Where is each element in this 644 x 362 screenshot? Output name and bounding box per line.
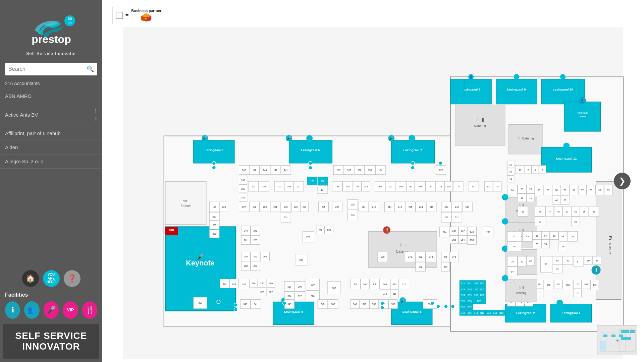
scroll-arrows: ↑ ↓ [94,107,97,122]
info-facility-button[interactable]: ℹ [5,301,20,319]
svg-text:B10: B10 [499,312,503,314]
svg-text:174: 174 [495,185,499,188]
svg-text:340: 340 [244,303,248,305]
svg-text:166: 166 [378,185,382,188]
svg-text:🎤: 🎤 [197,253,204,260]
svg-text:B21: B21 [468,282,472,285]
svg-text:31: 31 [564,189,567,191]
svg-text:296: 296 [269,282,273,285]
brand-line1: SELF SERVICE [8,330,94,341]
svg-text:63: 63 [513,235,516,238]
svg-text:215: 215 [398,206,402,208]
svg-text:B05: B05 [480,288,484,291]
svg-text:101: 101 [576,283,580,286]
exhibitor-count: 216 Accountants [0,79,102,89]
facility-icons-top: 🏠 YOUAREHERE ❓ [0,267,102,290]
svg-text:🎤: 🎤 [287,136,291,140]
mic-facility-button[interactable]: 🎤 [44,301,59,319]
svg-point-51 [556,300,563,306]
svg-text:179: 179 [438,185,442,188]
mini-map[interactable] [597,325,637,355]
svg-text:170: 170 [429,185,433,188]
svg-text:309: 309 [383,283,387,286]
lezingzaal-9-label: Lezingzaal 9 [507,87,526,91]
lezingzaal-6-label: Lezingzaal 6 [301,148,320,152]
scroll-up-icon[interactable]: ↑ [94,107,97,114]
svg-text:322: 322 [298,295,302,297]
help-button[interactable]: ❓ [64,270,80,287]
svg-text:272: 272 [419,256,423,258]
svg-text:39: 39 [564,199,567,201]
svg-text:216: 216 [429,206,433,208]
svg-text:sessies: sessies [579,115,586,118]
svg-point-529 [502,275,508,281]
floor-map[interactable]: Entrance Lezingzaal 8 👤 Lezingzaal 9 Lez… [106,27,641,359]
svg-text:B12: B12 [487,312,491,314]
svg-text:132: 132 [439,169,443,171]
svg-text:🎤: 🎤 [389,136,394,140]
home-button[interactable]: 🏠 [22,270,39,287]
svg-text:86: 86 [567,259,569,262]
svg-text:100: 100 [547,284,551,286]
search-input[interactable] [5,63,83,75]
svg-text:266: 266 [263,255,267,258]
svg-text:219: 219 [466,206,470,208]
svg-point-41 [409,135,415,141]
search-button[interactable]: 🔍 [83,63,97,75]
food-facility-button[interactable]: 🍴 [82,301,97,319]
svg-text:171: 171 [456,185,460,188]
svg-text:308: 308 [373,283,377,286]
svg-text:271: 271 [408,256,412,258]
legend: = Business partner tw [112,7,165,24]
svg-text:24: 24 [511,189,514,191]
svg-text:26: 26 [529,188,532,190]
svg-text:76: 76 [513,245,516,248]
sidebar: prestop 30 years Self Service Innovator … [0,0,102,362]
exhibitor-item-allegro[interactable]: Allegro Sp. z o. o. [0,155,102,169]
svg-text:93: 93 [556,268,559,270]
svg-text:B07: B07 [474,294,478,296]
exhibitor-item-affiliprint[interactable]: Affiliprint, part of Linehub [0,126,102,140]
svg-text:61: 61 [539,221,541,223]
svg-text:181: 181 [409,185,413,188]
svg-rect-556 [621,337,626,340]
svg-text:190: 190 [287,185,291,188]
you-are-here-button[interactable]: YOUAREHERE [43,270,60,287]
brand-banner[interactable]: SELF SERVICE INNOVATOR [3,324,99,359]
svg-text:74: 74 [544,243,547,245]
map-svg[interactable]: Entrance Lezingzaal 8 👤 Lezingzaal 9 Lez… [106,27,641,359]
logo-area: prestop 30 years Self Service Innovator [0,0,102,59]
exhibitor-name: Aiden [5,144,18,150]
people-facility-button[interactable]: 👥 [24,301,39,319]
scroll-down-icon[interactable]: ↓ [94,115,97,122]
svg-text:94: 94 [511,270,514,273]
exhibitor-name: Active Ants BV [5,112,38,118]
svg-point-541 [234,308,238,311]
svg-text:163: 163 [335,185,339,188]
svg-text:224: 224 [419,206,423,208]
svg-point-20 [560,74,566,79]
svg-point-548 [451,305,454,308]
svg-point-534 [309,161,312,165]
svg-text:B15: B15 [468,312,472,314]
svg-text:53: 53 [592,210,595,213]
next-nav-arrow[interactable]: ❯ [614,173,631,189]
booth-row-2[interactable]: 149 150 152 [239,176,247,201]
svg-point-542 [283,301,286,305]
exhibitor-item-aiden[interactable]: Aiden [0,140,102,155]
svg-text:231: 231 [284,216,288,219]
exhibitor-item-abn[interactable]: ABN AMRO [0,89,102,103]
vip-facility-button[interactable]: VIP [63,301,78,319]
svg-text:9: 9 [534,169,536,171]
svg-text:198: 198 [253,206,257,208]
svg-text:312: 312 [402,283,406,286]
catering-label-right: 🍴 Catering [517,136,534,140]
svg-text:146: 146 [253,169,257,171]
svg-text:233: 233 [213,216,217,218]
svg-text:267: 267 [300,259,304,261]
exhibitor-item-active-ants[interactable]: Active Ants BV ↑ ↓ [0,103,102,126]
svg-text:232: 232 [284,206,288,208]
svg-point-532 [212,161,216,165]
catering-label-top: Catering [474,124,486,127]
svg-text:105: 105 [576,292,580,295]
